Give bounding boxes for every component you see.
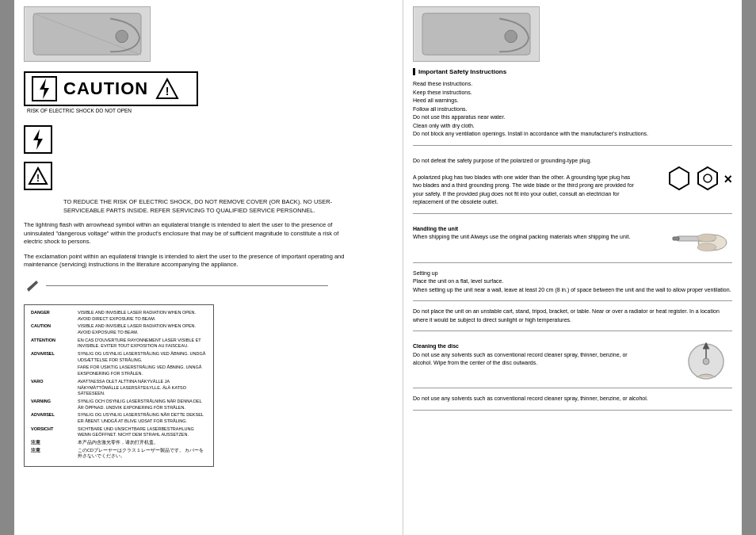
caution-subtext: RISK OF ELECTRIC SHOCK DO NOT OPEN xyxy=(27,108,393,114)
svg-point-3 xyxy=(116,30,128,43)
caution-warning-icon: ! xyxy=(155,76,180,101)
section7-text: Do not use any solvents such as conventi… xyxy=(413,395,732,403)
divider2 xyxy=(413,213,732,214)
chinese-key: 注意 xyxy=(31,440,74,446)
warning-row-vorsicht: VORSICHT SICHTBARE UND UNSICHTBARE LASER… xyxy=(31,426,207,438)
caution-box: CAUTION ! xyxy=(24,71,198,106)
note-divider xyxy=(46,285,328,286)
product-image-right xyxy=(413,6,540,62)
section4-text: Setting up Place the unit on a flat, lev… xyxy=(413,269,732,295)
varo-val: AVATTAESSA OLET ALTTIINA NÄKYVÄLLE JA NÄ… xyxy=(78,379,207,397)
warning-row-advarsel3: ADVARSEL SYNLIG OG USYNLIG LASERSTRÅLING… xyxy=(31,412,207,424)
svg-point-20 xyxy=(697,243,716,251)
svg-rect-18 xyxy=(673,237,679,240)
vorsicht-key: VORSICHT xyxy=(31,426,74,438)
warning-row-varo: VARO AVATTAESSA OLET ALTTIINA NÄKYVÄLLE … xyxy=(31,379,207,397)
warning-row-varning: VARNING SYNLIG OCH OSYNLIG LASERSTRÅLNIN… xyxy=(31,399,207,411)
top-right-images xyxy=(413,6,732,62)
caution-text: CAUTION xyxy=(63,78,148,99)
vorsicht-val: SICHTBARE UND UNSICHTBARE LASERBESTRAHLU… xyxy=(78,426,207,438)
left-column: CAUTION ! RISK OF ELECTRIC SHOCK DO NOT … xyxy=(14,0,403,535)
danger-key: DANGER xyxy=(31,310,74,322)
varning-val: SYNLIG OCH OSYNLIG LASERSTRÅLNING NÄR DE… xyxy=(78,399,207,411)
section1-text: Read these instructions. Keep these inst… xyxy=(413,80,732,139)
warning-row-caution: CAUTION VISIBLE AND INVISIBLE LASER RADI… xyxy=(31,323,207,335)
right-border xyxy=(742,0,756,535)
divider3 xyxy=(413,262,732,263)
pencil-icon xyxy=(27,281,38,292)
divider1 xyxy=(413,145,732,146)
advarsel1-key: ADVARSEL xyxy=(31,351,74,363)
warning-row-chinese: 注意 本产品内含激光零件，请勿打开机盖。 xyxy=(31,440,207,446)
advarsel2-val: FARE FOR USIKTIG LASERSTRÅLING VED ÅBNIN… xyxy=(78,365,207,376)
svg-text:!: ! xyxy=(36,173,40,184)
warning-row-advarsel2: FARE FOR USIKTIG LASERSTRÅLING VED ÅBNIN… xyxy=(31,365,207,376)
section6-text: Cleaning the disc Do not use any solvent… xyxy=(413,342,643,368)
warning-row-danger: DANGER VISIBLE AND INVISIBLE LASER RADIA… xyxy=(31,310,207,322)
divider4 xyxy=(413,300,732,301)
top-left-images xyxy=(24,6,393,62)
screwdriver-image xyxy=(669,220,732,256)
caution-val2: VISIBLE AND INVISIBLE LASER RADIATION WH… xyxy=(78,323,207,335)
section5-text: Do not place the unit on an unstable car… xyxy=(413,308,732,324)
caution-text-block2: The lightning flash with arrowhead symbo… xyxy=(24,221,357,246)
advarsel3-val: SYNLIG OG USYNLIG LASERSTRÅLING NÅR DETT… xyxy=(78,412,207,424)
left-border xyxy=(0,0,14,535)
caution-key2: CAUTION xyxy=(31,323,74,335)
warning-row-advarsel1: ADVARSEL SYNLIG OG USYNLIG LASERSTRÅLING… xyxy=(31,351,207,363)
advarsel3-key: ADVARSEL xyxy=(31,412,74,424)
divider6 xyxy=(413,388,732,388)
caution-text-block1: TO REDUCE THE RISK OF ELECTRIC SHOCK, DO… xyxy=(63,198,365,215)
caution-text-block3: The exclamation point within an equilate… xyxy=(24,253,357,269)
section1-title: Important Safety Instructions xyxy=(413,68,732,75)
section2-text: Do not defeat the safety purpose of the … xyxy=(413,157,635,207)
varo-key: VARO xyxy=(31,379,74,397)
attention-key: ATTENTION xyxy=(31,338,74,350)
divider5 xyxy=(413,331,732,331)
multilingual-warning-label: DANGER VISIBLE AND INVISIBLE LASER RADIA… xyxy=(24,304,214,467)
svg-point-12 xyxy=(505,30,517,43)
japanese-val: このCDプレーヤーはクラス１レーザー製品です。 カバーを外さないでください。 xyxy=(78,448,207,460)
x-mark-symbol: × xyxy=(724,171,732,188)
hex-symbol-2 xyxy=(695,166,720,193)
svg-marker-13 xyxy=(670,167,689,189)
svg-marker-4 xyxy=(40,78,49,99)
advarsel2-key xyxy=(31,365,74,376)
section3-text: Handling the unit When shipping the unit… xyxy=(413,225,630,242)
product-image-left xyxy=(24,6,151,62)
svg-point-19 xyxy=(697,234,716,242)
lightning-symbol-box xyxy=(24,125,52,154)
japanese-key: 注意 xyxy=(31,448,74,460)
right-column: Important Safety Instructions Read these… xyxy=(403,0,742,535)
svg-marker-7 xyxy=(33,129,43,150)
disc-cleaning-image xyxy=(681,338,732,381)
svg-text:!: ! xyxy=(166,85,170,97)
svg-point-15 xyxy=(704,174,712,182)
note-line xyxy=(27,281,328,292)
lightning-icon xyxy=(32,76,57,101)
divider7 xyxy=(413,410,732,411)
svg-marker-14 xyxy=(698,167,717,189)
danger-val: VISIBLE AND INVISIBLE LASER RADIATION WH… xyxy=(78,310,207,322)
attention-val: EN CAS D'OUVERTURE RAYONNEMENT LASER VIS… xyxy=(78,338,207,350)
warning-row-japanese: 注意 このCDプレーヤーはクラス１レーザー製品です。 カバーを外さないでください… xyxy=(31,448,207,460)
warning-row-attention: ATTENTION EN CAS D'OUVERTURE RAYONNEMENT… xyxy=(31,338,207,350)
hex-symbol-1 xyxy=(666,166,692,193)
warning-symbol-box: ! xyxy=(24,162,52,190)
chinese-val: 本产品内含激光零件，请勿打开机盖。 xyxy=(78,440,207,446)
advarsel1-val: SYNLIG OG USYNLIG LASERSTRÅLING VED ÅBNI… xyxy=(78,351,207,363)
varning-key: VARNING xyxy=(31,399,74,411)
svg-point-22 xyxy=(703,358,709,365)
